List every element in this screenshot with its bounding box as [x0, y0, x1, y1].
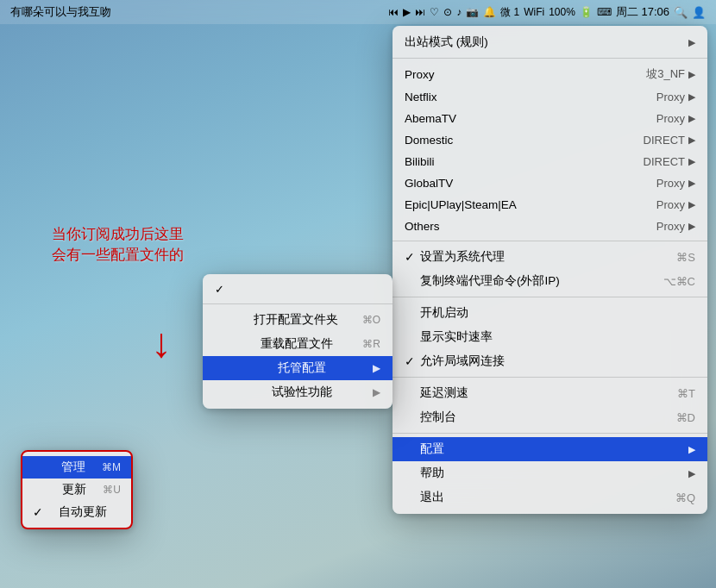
- menu-item-realtime-speed[interactable]: 显示实时速率: [393, 325, 707, 349]
- domestic-right: DIRECT ▶: [644, 134, 695, 147]
- battery-percent: 100%: [549, 6, 575, 18]
- menu-item-quit[interactable]: 退出 ⌘Q: [393, 485, 707, 510]
- play-icon[interactable]: ▶: [403, 6, 411, 18]
- proxy-value: 坡3_NF: [646, 66, 685, 82]
- menu-item-proxy[interactable]: Proxy 坡3_NF ▶: [393, 62, 707, 86]
- next-icon[interactable]: ⏭: [415, 6, 425, 18]
- config-sub-sep-1: [203, 303, 393, 304]
- menu-item-allow-lan[interactable]: ✓允许局域网连接: [393, 349, 707, 373]
- config-sub-open-folder[interactable]: 打开配置文件夹 ⌘O: [203, 308, 393, 332]
- others-label: Others: [405, 220, 656, 233]
- config-sub-experimental-arrow: ▶: [373, 386, 380, 398]
- menu-item-latency-test[interactable]: 延迟测速 ⌘T: [393, 381, 707, 405]
- keyboard-icon[interactable]: ⌨: [597, 6, 612, 18]
- menubar-app-title: 有哪朵可以与我互吻: [10, 4, 111, 20]
- main-context-menu: 出站模式 (规则) ▶ Proxy 坡3_NF ▶ Netflix Proxy …: [393, 26, 707, 514]
- menu-item-startup[interactable]: 开机启动: [393, 301, 707, 325]
- annotation-text: 当你订阅成功后这里会有一些配置文件的: [52, 224, 184, 266]
- menu-item-others[interactable]: Others Proxy ▶: [393, 216, 707, 237]
- separator-2: [393, 241, 707, 241]
- left-item-auto-update[interactable]: ✓ 自动更新: [22, 501, 131, 523]
- heart-icon[interactable]: ♡: [430, 6, 439, 18]
- epic-right: Proxy ▶: [656, 198, 695, 211]
- allow-lan-label: ✓允许局域网连接: [405, 353, 695, 369]
- config-sub-check: ✓: [215, 283, 230, 296]
- annotation-arrow: ↓: [151, 319, 172, 366]
- menu-item-globaltv[interactable]: GlobalTV Proxy ▶: [393, 172, 707, 194]
- bilibili-label: Bilibili: [405, 155, 644, 168]
- update-shortcut: ⌘U: [103, 484, 121, 496]
- globaltv-arrow: ▶: [688, 178, 695, 189]
- music-note-icon[interactable]: ♪: [456, 6, 462, 18]
- abematv-right: Proxy ▶: [656, 112, 695, 125]
- config-sub-reload-label: 重载配置文件: [261, 336, 333, 352]
- separator-5: [393, 433, 707, 434]
- menu-item-netflix[interactable]: Netflix Proxy ▶: [393, 86, 707, 108]
- config-sub-open-folder-shortcut: ⌘O: [362, 314, 380, 326]
- bilibili-arrow: ▶: [688, 156, 695, 167]
- prev-icon[interactable]: ⏮: [388, 6, 399, 18]
- menu-item-console[interactable]: 控制台 ⌘D: [393, 405, 707, 429]
- menu-item-copy-terminal[interactable]: 复制终端代理命令(外部IP) ⌥⌘C: [393, 269, 707, 293]
- config-submenu: ✓ 打开配置文件夹 ⌘O 重载配置文件 ⌘R 托管配置 ▶ 试验性功能 ▶: [203, 274, 393, 409]
- abematv-label: AbemaTV: [405, 112, 656, 125]
- realtime-speed-label: 显示实时速率: [405, 329, 695, 345]
- wechat-icon[interactable]: 微 1: [500, 5, 519, 20]
- search-icon[interactable]: 🔍: [674, 6, 688, 19]
- startup-label: 开机启动: [405, 305, 695, 321]
- config-sub-reload[interactable]: 重载配置文件 ⌘R: [203, 332, 393, 356]
- left-panel: 管理 ⌘M 更新 ⌘U ✓ 自动更新: [21, 450, 133, 529]
- menubar-left: 有哪朵可以与我互吻: [10, 4, 118, 20]
- menu-item-domestic[interactable]: Domestic DIRECT ▶: [393, 129, 707, 151]
- latency-test-shortcut: ⌘T: [677, 387, 695, 400]
- proxy-label: Proxy: [405, 68, 646, 81]
- notification-icon[interactable]: 🔔: [483, 6, 496, 18]
- menu-item-help[interactable]: 帮助 ▶: [393, 461, 707, 485]
- menubar-time: 周二 17:06: [616, 4, 669, 20]
- others-value: Proxy: [656, 220, 685, 233]
- console-shortcut: ⌘D: [676, 411, 695, 424]
- separator-1: [393, 58, 707, 59]
- record-icon[interactable]: ⊙: [443, 6, 452, 18]
- battery-icon: 🔋: [580, 6, 593, 18]
- menu-item-epic[interactable]: Epic|UPlay|Steam|EA Proxy ▶: [393, 194, 707, 216]
- quit-label: 退出: [405, 490, 675, 505]
- copy-terminal-shortcut: ⌥⌘C: [663, 275, 695, 288]
- domestic-label: Domestic: [405, 134, 644, 147]
- menu-item-set-system-proxy[interactable]: ✓设置为系统代理 ⌘S: [393, 245, 707, 269]
- left-item-manage[interactable]: 管理 ⌘M: [22, 456, 131, 479]
- latency-test-label: 延迟测速: [405, 385, 677, 401]
- abematv-arrow: ▶: [688, 113, 695, 124]
- menu-item-outbound-mode[interactable]: 出站模式 (规则) ▶: [393, 30, 707, 54]
- config-label: 配置: [405, 441, 688, 457]
- netflix-value: Proxy: [656, 91, 685, 103]
- set-system-proxy-shortcut: ⌘S: [676, 251, 695, 264]
- config-sub-open-folder-label: 打开配置文件夹: [254, 312, 338, 328]
- outbound-mode-arrow: ▶: [688, 37, 695, 48]
- config-sub-experimental[interactable]: 试验性功能 ▶: [203, 380, 393, 404]
- left-item-update[interactable]: 更新 ⌘U: [22, 479, 131, 501]
- config-arrow: ▶: [688, 444, 695, 455]
- domestic-arrow: ▶: [688, 134, 695, 146]
- bilibili-value: DIRECT: [644, 155, 685, 168]
- menu-item-abematv[interactable]: AbemaTV Proxy ▶: [393, 108, 707, 129]
- netflix-right: Proxy ▶: [656, 91, 695, 103]
- outbound-mode-label: 出站模式 (规则): [405, 34, 688, 50]
- globaltv-label: GlobalTV: [405, 177, 656, 190]
- console-label: 控制台: [405, 410, 676, 425]
- config-sub-check-item[interactable]: ✓: [203, 278, 393, 300]
- wifi-icon[interactable]: WiFi: [524, 6, 544, 18]
- config-sub-managed[interactable]: 托管配置 ▶: [203, 356, 393, 380]
- camera-icon[interactable]: 📷: [466, 6, 479, 18]
- menubar: 有哪朵可以与我互吻 ⏮ ▶ ⏭ ♡ ⊙ ♪ 📷 🔔 微 1 WiFi 100% …: [0, 0, 716, 24]
- epic-label: Epic|UPlay|Steam|EA: [405, 198, 656, 211]
- quit-shortcut: ⌘Q: [675, 491, 695, 504]
- user-avatar[interactable]: 👤: [692, 6, 706, 19]
- help-arrow: ▶: [688, 468, 695, 479]
- others-right: Proxy ▶: [656, 220, 695, 233]
- menu-item-bilibili[interactable]: Bilibili DIRECT ▶: [393, 151, 707, 172]
- menu-item-config[interactable]: 配置 ▶: [393, 437, 707, 461]
- manage-shortcut: ⌘M: [102, 461, 121, 473]
- config-sub-reload-shortcut: ⌘R: [362, 338, 380, 350]
- config-sub-experimental-label: 试验性功能: [272, 385, 332, 400]
